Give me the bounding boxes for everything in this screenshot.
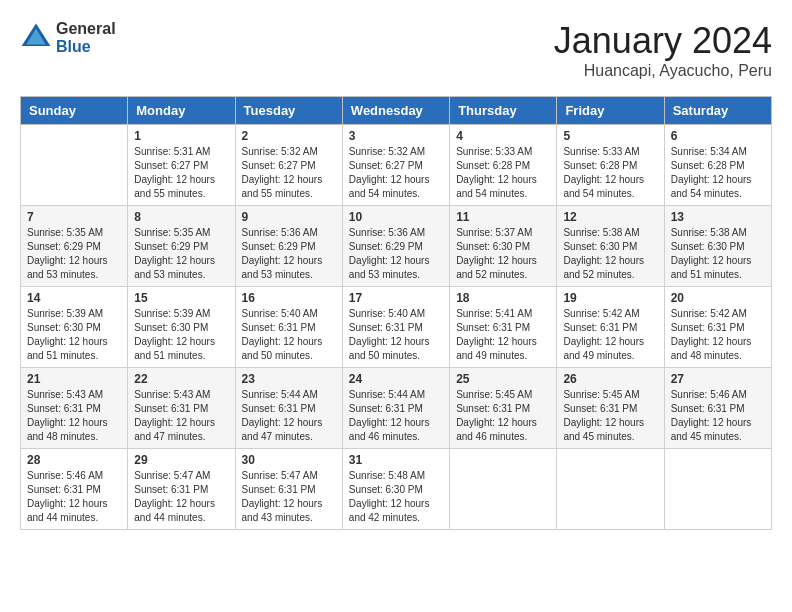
day-info: Sunrise: 5:37 AM Sunset: 6:30 PM Dayligh… — [456, 226, 550, 282]
day-info: Sunrise: 5:35 AM Sunset: 6:29 PM Dayligh… — [27, 226, 121, 282]
day-info: Sunrise: 5:36 AM Sunset: 6:29 PM Dayligh… — [242, 226, 336, 282]
day-info: Sunrise: 5:34 AM Sunset: 6:28 PM Dayligh… — [671, 145, 765, 201]
day-number: 19 — [563, 291, 657, 305]
day-number: 13 — [671, 210, 765, 224]
calendar-cell: 31Sunrise: 5:48 AM Sunset: 6:30 PM Dayli… — [342, 449, 449, 530]
location-title: Huancapi, Ayacucho, Peru — [554, 62, 772, 80]
logo-text: General Blue — [56, 20, 116, 55]
col-friday: Friday — [557, 97, 664, 125]
calendar-cell: 25Sunrise: 5:45 AM Sunset: 6:31 PM Dayli… — [450, 368, 557, 449]
day-number: 9 — [242, 210, 336, 224]
day-number: 21 — [27, 372, 121, 386]
calendar-cell: 28Sunrise: 5:46 AM Sunset: 6:31 PM Dayli… — [21, 449, 128, 530]
day-info: Sunrise: 5:38 AM Sunset: 6:30 PM Dayligh… — [671, 226, 765, 282]
day-number: 1 — [134, 129, 228, 143]
header-row: Sunday Monday Tuesday Wednesday Thursday… — [21, 97, 772, 125]
calendar-cell: 5Sunrise: 5:33 AM Sunset: 6:28 PM Daylig… — [557, 125, 664, 206]
day-number: 26 — [563, 372, 657, 386]
col-wednesday: Wednesday — [342, 97, 449, 125]
calendar-cell: 27Sunrise: 5:46 AM Sunset: 6:31 PM Dayli… — [664, 368, 771, 449]
day-info: Sunrise: 5:35 AM Sunset: 6:29 PM Dayligh… — [134, 226, 228, 282]
logo: General Blue — [20, 20, 116, 55]
day-info: Sunrise: 5:44 AM Sunset: 6:31 PM Dayligh… — [349, 388, 443, 444]
day-number: 11 — [456, 210, 550, 224]
calendar-cell: 22Sunrise: 5:43 AM Sunset: 6:31 PM Dayli… — [128, 368, 235, 449]
day-number: 4 — [456, 129, 550, 143]
day-info: Sunrise: 5:46 AM Sunset: 6:31 PM Dayligh… — [671, 388, 765, 444]
month-title: January 2024 — [554, 20, 772, 62]
calendar-cell: 9Sunrise: 5:36 AM Sunset: 6:29 PM Daylig… — [235, 206, 342, 287]
day-info: Sunrise: 5:32 AM Sunset: 6:27 PM Dayligh… — [349, 145, 443, 201]
calendar-cell: 12Sunrise: 5:38 AM Sunset: 6:30 PM Dayli… — [557, 206, 664, 287]
day-number: 20 — [671, 291, 765, 305]
day-number: 25 — [456, 372, 550, 386]
day-info: Sunrise: 5:47 AM Sunset: 6:31 PM Dayligh… — [134, 469, 228, 525]
day-number: 18 — [456, 291, 550, 305]
day-number: 24 — [349, 372, 443, 386]
calendar-cell: 13Sunrise: 5:38 AM Sunset: 6:30 PM Dayli… — [664, 206, 771, 287]
col-monday: Monday — [128, 97, 235, 125]
calendar-cell: 11Sunrise: 5:37 AM Sunset: 6:30 PM Dayli… — [450, 206, 557, 287]
calendar-cell: 23Sunrise: 5:44 AM Sunset: 6:31 PM Dayli… — [235, 368, 342, 449]
calendar-cell: 20Sunrise: 5:42 AM Sunset: 6:31 PM Dayli… — [664, 287, 771, 368]
calendar-cell: 30Sunrise: 5:47 AM Sunset: 6:31 PM Dayli… — [235, 449, 342, 530]
day-info: Sunrise: 5:48 AM Sunset: 6:30 PM Dayligh… — [349, 469, 443, 525]
day-info: Sunrise: 5:44 AM Sunset: 6:31 PM Dayligh… — [242, 388, 336, 444]
calendar-table: Sunday Monday Tuesday Wednesday Thursday… — [20, 96, 772, 530]
calendar-week-2: 7Sunrise: 5:35 AM Sunset: 6:29 PM Daylig… — [21, 206, 772, 287]
day-info: Sunrise: 5:42 AM Sunset: 6:31 PM Dayligh… — [563, 307, 657, 363]
calendar-cell: 26Sunrise: 5:45 AM Sunset: 6:31 PM Dayli… — [557, 368, 664, 449]
day-info: Sunrise: 5:47 AM Sunset: 6:31 PM Dayligh… — [242, 469, 336, 525]
day-info: Sunrise: 5:39 AM Sunset: 6:30 PM Dayligh… — [134, 307, 228, 363]
day-info: Sunrise: 5:33 AM Sunset: 6:28 PM Dayligh… — [563, 145, 657, 201]
day-info: Sunrise: 5:36 AM Sunset: 6:29 PM Dayligh… — [349, 226, 443, 282]
day-number: 3 — [349, 129, 443, 143]
day-number: 30 — [242, 453, 336, 467]
day-info: Sunrise: 5:46 AM Sunset: 6:31 PM Dayligh… — [27, 469, 121, 525]
calendar-cell: 15Sunrise: 5:39 AM Sunset: 6:30 PM Dayli… — [128, 287, 235, 368]
day-number: 14 — [27, 291, 121, 305]
day-number: 7 — [27, 210, 121, 224]
day-number: 23 — [242, 372, 336, 386]
calendar-week-3: 14Sunrise: 5:39 AM Sunset: 6:30 PM Dayli… — [21, 287, 772, 368]
calendar-cell: 3Sunrise: 5:32 AM Sunset: 6:27 PM Daylig… — [342, 125, 449, 206]
calendar-week-4: 21Sunrise: 5:43 AM Sunset: 6:31 PM Dayli… — [21, 368, 772, 449]
day-info: Sunrise: 5:41 AM Sunset: 6:31 PM Dayligh… — [456, 307, 550, 363]
col-thursday: Thursday — [450, 97, 557, 125]
calendar-cell — [664, 449, 771, 530]
calendar-cell: 1Sunrise: 5:31 AM Sunset: 6:27 PM Daylig… — [128, 125, 235, 206]
day-info: Sunrise: 5:43 AM Sunset: 6:31 PM Dayligh… — [134, 388, 228, 444]
day-info: Sunrise: 5:45 AM Sunset: 6:31 PM Dayligh… — [563, 388, 657, 444]
calendar-cell: 24Sunrise: 5:44 AM Sunset: 6:31 PM Dayli… — [342, 368, 449, 449]
calendar-cell — [557, 449, 664, 530]
logo-icon — [20, 22, 52, 54]
logo-blue: Blue — [56, 38, 116, 56]
day-number: 27 — [671, 372, 765, 386]
calendar-cell: 17Sunrise: 5:40 AM Sunset: 6:31 PM Dayli… — [342, 287, 449, 368]
day-number: 12 — [563, 210, 657, 224]
calendar-cell: 16Sunrise: 5:40 AM Sunset: 6:31 PM Dayli… — [235, 287, 342, 368]
calendar-cell — [21, 125, 128, 206]
calendar-cell: 19Sunrise: 5:42 AM Sunset: 6:31 PM Dayli… — [557, 287, 664, 368]
day-info: Sunrise: 5:31 AM Sunset: 6:27 PM Dayligh… — [134, 145, 228, 201]
col-tuesday: Tuesday — [235, 97, 342, 125]
col-saturday: Saturday — [664, 97, 771, 125]
day-info: Sunrise: 5:40 AM Sunset: 6:31 PM Dayligh… — [242, 307, 336, 363]
calendar-cell: 14Sunrise: 5:39 AM Sunset: 6:30 PM Dayli… — [21, 287, 128, 368]
page-header: General Blue January 2024 Huancapi, Ayac… — [20, 20, 772, 80]
day-number: 15 — [134, 291, 228, 305]
calendar-cell: 29Sunrise: 5:47 AM Sunset: 6:31 PM Dayli… — [128, 449, 235, 530]
title-block: January 2024 Huancapi, Ayacucho, Peru — [554, 20, 772, 80]
calendar-week-5: 28Sunrise: 5:46 AM Sunset: 6:31 PM Dayli… — [21, 449, 772, 530]
col-sunday: Sunday — [21, 97, 128, 125]
calendar-cell: 10Sunrise: 5:36 AM Sunset: 6:29 PM Dayli… — [342, 206, 449, 287]
day-number: 17 — [349, 291, 443, 305]
day-info: Sunrise: 5:32 AM Sunset: 6:27 PM Dayligh… — [242, 145, 336, 201]
day-number: 5 — [563, 129, 657, 143]
calendar-cell: 8Sunrise: 5:35 AM Sunset: 6:29 PM Daylig… — [128, 206, 235, 287]
day-number: 31 — [349, 453, 443, 467]
calendar-cell: 18Sunrise: 5:41 AM Sunset: 6:31 PM Dayli… — [450, 287, 557, 368]
logo-general: General — [56, 20, 116, 38]
day-info: Sunrise: 5:43 AM Sunset: 6:31 PM Dayligh… — [27, 388, 121, 444]
day-info: Sunrise: 5:39 AM Sunset: 6:30 PM Dayligh… — [27, 307, 121, 363]
